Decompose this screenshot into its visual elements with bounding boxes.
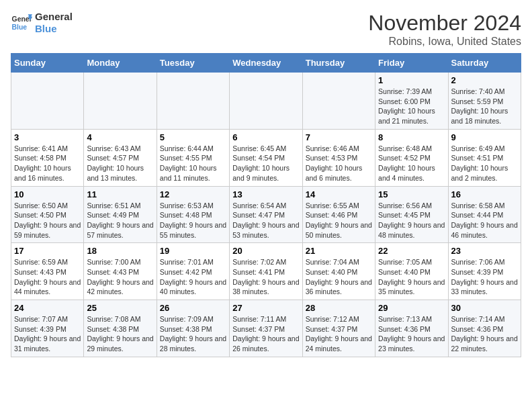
- day-info: Sunrise: 6:48 AM Sunset: 4:52 PM Dayligh…: [378, 144, 445, 183]
- calendar-cell-week3-day6: 23Sunrise: 7:06 AM Sunset: 4:39 PM Dayli…: [448, 243, 521, 300]
- day-info: Sunrise: 6:58 AM Sunset: 4:44 PM Dayligh…: [451, 201, 518, 240]
- calendar-cell-week1-day3: 6Sunrise: 6:45 AM Sunset: 4:54 PM Daylig…: [230, 129, 302, 186]
- calendar-cell-week2-day4: 14Sunrise: 6:55 AM Sunset: 4:46 PM Dayli…: [302, 186, 375, 243]
- calendar-cell-week3-day2: 19Sunrise: 7:01 AM Sunset: 4:42 PM Dayli…: [157, 243, 229, 300]
- weekday-header-monday: Monday: [84, 54, 157, 73]
- day-number: 7: [306, 132, 372, 142]
- day-number: 22: [378, 246, 445, 256]
- day-number: 20: [232, 246, 299, 256]
- calendar-cell-week1-day4: 7Sunrise: 6:46 AM Sunset: 4:53 PM Daylig…: [302, 129, 375, 186]
- month-title: November 2024: [368, 11, 521, 36]
- title-area: November 2024 Robins, Iowa, United State…: [368, 11, 521, 48]
- weekday-header-saturday: Saturday: [448, 54, 521, 73]
- day-info: Sunrise: 7:09 AM Sunset: 4:38 PM Dayligh…: [160, 314, 226, 354]
- day-info: Sunrise: 7:39 AM Sunset: 6:00 PM Dayligh…: [378, 87, 445, 126]
- calendar-cell-week4-day6: 30Sunrise: 7:14 AM Sunset: 4:36 PM Dayli…: [448, 300, 521, 357]
- day-number: 19: [160, 246, 226, 256]
- day-info: Sunrise: 7:14 AM Sunset: 4:36 PM Dayligh…: [451, 314, 518, 354]
- day-info: Sunrise: 6:59 AM Sunset: 4:43 PM Dayligh…: [14, 257, 81, 297]
- calendar-cell-week2-day1: 11Sunrise: 6:51 AM Sunset: 4:49 PM Dayli…: [84, 186, 157, 243]
- calendar-cell-week0-day6: 2Sunrise: 7:40 AM Sunset: 5:59 PM Daylig…: [448, 73, 521, 130]
- day-info: Sunrise: 7:07 AM Sunset: 4:39 PM Dayligh…: [14, 314, 81, 354]
- logo: General Blue General Blue: [11, 11, 73, 35]
- calendar-cell-week4-day4: 28Sunrise: 7:12 AM Sunset: 4:37 PM Dayli…: [302, 300, 375, 357]
- day-number: 10: [14, 189, 81, 199]
- day-info: Sunrise: 7:40 AM Sunset: 5:59 PM Dayligh…: [451, 87, 518, 126]
- calendar-cell-week3-day0: 17Sunrise: 6:59 AM Sunset: 4:43 PM Dayli…: [11, 243, 84, 300]
- weekday-header-thursday: Thursday: [302, 54, 375, 73]
- day-number: 12: [160, 189, 226, 199]
- day-number: 15: [378, 189, 445, 199]
- day-info: Sunrise: 6:41 AM Sunset: 4:58 PM Dayligh…: [14, 144, 81, 183]
- logo-text-line1: General: [35, 11, 73, 23]
- logo-icon: General Blue: [11, 12, 32, 34]
- day-number: 18: [87, 246, 153, 256]
- day-info: Sunrise: 6:45 AM Sunset: 4:54 PM Dayligh…: [232, 144, 299, 183]
- day-number: 17: [14, 246, 81, 256]
- day-number: 8: [378, 132, 445, 142]
- weekday-header-tuesday: Tuesday: [157, 54, 229, 73]
- calendar-cell-week4-day1: 25Sunrise: 7:08 AM Sunset: 4:38 PM Dayli…: [84, 300, 157, 357]
- day-info: Sunrise: 7:11 AM Sunset: 4:37 PM Dayligh…: [232, 314, 299, 354]
- calendar-cell-week0-day2: [157, 73, 229, 130]
- day-number: 3: [14, 132, 81, 142]
- day-number: 13: [232, 189, 299, 199]
- calendar-cell-week1-day1: 4Sunrise: 6:43 AM Sunset: 4:57 PM Daylig…: [84, 129, 157, 186]
- header: General Blue General Blue November 2024 …: [11, 11, 521, 48]
- day-info: Sunrise: 6:43 AM Sunset: 4:57 PM Dayligh…: [87, 144, 153, 183]
- day-info: Sunrise: 6:46 AM Sunset: 4:53 PM Dayligh…: [306, 144, 372, 183]
- calendar-cell-week1-day5: 8Sunrise: 6:48 AM Sunset: 4:52 PM Daylig…: [375, 129, 448, 186]
- day-number: 21: [306, 246, 372, 256]
- calendar-cell-week1-day2: 5Sunrise: 6:44 AM Sunset: 4:55 PM Daylig…: [157, 129, 229, 186]
- day-info: Sunrise: 7:02 AM Sunset: 4:41 PM Dayligh…: [232, 257, 299, 297]
- day-info: Sunrise: 7:01 AM Sunset: 4:42 PM Dayligh…: [160, 257, 226, 297]
- calendar-cell-week1-day6: 9Sunrise: 6:49 AM Sunset: 4:51 PM Daylig…: [448, 129, 521, 186]
- calendar-cell-week4-day3: 27Sunrise: 7:11 AM Sunset: 4:37 PM Dayli…: [230, 300, 302, 357]
- calendar-cell-week0-day5: 1Sunrise: 7:39 AM Sunset: 6:00 PM Daylig…: [375, 73, 448, 130]
- day-number: 1: [378, 75, 445, 85]
- day-info: Sunrise: 6:54 AM Sunset: 4:47 PM Dayligh…: [232, 201, 299, 240]
- calendar-cell-week2-day0: 10Sunrise: 6:50 AM Sunset: 4:50 PM Dayli…: [11, 186, 84, 243]
- calendar-cell-week3-day3: 20Sunrise: 7:02 AM Sunset: 4:41 PM Dayli…: [230, 243, 302, 300]
- day-number: 16: [451, 189, 518, 199]
- day-info: Sunrise: 7:00 AM Sunset: 4:43 PM Dayligh…: [87, 257, 153, 297]
- day-info: Sunrise: 6:53 AM Sunset: 4:48 PM Dayligh…: [160, 201, 226, 240]
- svg-text:Blue: Blue: [12, 24, 28, 31]
- calendar-cell-week0-day1: [84, 73, 157, 130]
- day-info: Sunrise: 7:05 AM Sunset: 4:40 PM Dayligh…: [378, 257, 445, 297]
- calendar-cell-week0-day0: [11, 73, 84, 130]
- day-info: Sunrise: 6:49 AM Sunset: 4:51 PM Dayligh…: [451, 144, 518, 183]
- weekday-header-sunday: Sunday: [11, 54, 84, 73]
- day-number: 4: [87, 132, 153, 142]
- calendar-cell-week2-day3: 13Sunrise: 6:54 AM Sunset: 4:47 PM Dayli…: [230, 186, 302, 243]
- day-info: Sunrise: 7:12 AM Sunset: 4:37 PM Dayligh…: [306, 314, 372, 354]
- day-number: 28: [306, 303, 372, 313]
- calendar-cell-week2-day5: 15Sunrise: 6:56 AM Sunset: 4:45 PM Dayli…: [375, 186, 448, 243]
- day-info: Sunrise: 6:56 AM Sunset: 4:45 PM Dayligh…: [378, 201, 445, 240]
- day-number: 27: [232, 303, 299, 313]
- calendar-table: SundayMondayTuesdayWednesdayThursdayFrid…: [11, 53, 521, 357]
- day-number: 25: [87, 303, 153, 313]
- calendar-cell-week2-day2: 12Sunrise: 6:53 AM Sunset: 4:48 PM Dayli…: [157, 186, 229, 243]
- day-number: 30: [451, 303, 518, 313]
- calendar-cell-week0-day4: [302, 73, 375, 130]
- day-info: Sunrise: 7:04 AM Sunset: 4:40 PM Dayligh…: [306, 257, 372, 297]
- day-number: 26: [160, 303, 226, 313]
- calendar-cell-week3-day4: 21Sunrise: 7:04 AM Sunset: 4:40 PM Dayli…: [302, 243, 375, 300]
- day-info: Sunrise: 6:55 AM Sunset: 4:46 PM Dayligh…: [306, 201, 372, 240]
- calendar-cell-week1-day0: 3Sunrise: 6:41 AM Sunset: 4:58 PM Daylig…: [11, 129, 84, 186]
- calendar-cell-week3-day5: 22Sunrise: 7:05 AM Sunset: 4:40 PM Dayli…: [375, 243, 448, 300]
- day-number: 9: [451, 132, 518, 142]
- day-info: Sunrise: 7:06 AM Sunset: 4:39 PM Dayligh…: [451, 257, 518, 297]
- day-number: 5: [160, 132, 226, 142]
- day-info: Sunrise: 7:13 AM Sunset: 4:36 PM Dayligh…: [378, 314, 445, 354]
- calendar-cell-week0-day3: [230, 73, 302, 130]
- weekday-header-friday: Friday: [375, 54, 448, 73]
- day-number: 11: [87, 189, 153, 199]
- day-number: 23: [451, 246, 518, 256]
- day-number: 2: [451, 75, 518, 85]
- calendar-cell-week4-day0: 24Sunrise: 7:07 AM Sunset: 4:39 PM Dayli…: [11, 300, 84, 357]
- logo-text-line2: Blue: [35, 23, 73, 35]
- location-title: Robins, Iowa, United States: [368, 36, 521, 48]
- calendar-cell-week2-day6: 16Sunrise: 6:58 AM Sunset: 4:44 PM Dayli…: [448, 186, 521, 243]
